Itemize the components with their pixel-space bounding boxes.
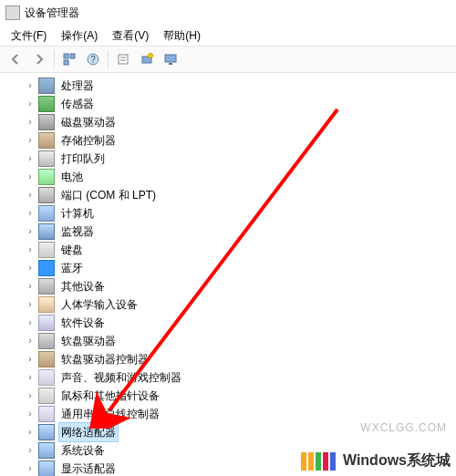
toolbar-tree-button[interactable] xyxy=(58,48,80,70)
tree-item[interactable]: ›其他设备 xyxy=(24,277,456,295)
toolbar-scan-button[interactable] xyxy=(136,48,158,70)
net-icon xyxy=(38,424,55,440)
svg-rect-10 xyxy=(165,55,176,62)
tree-item[interactable]: ›处理器 xyxy=(24,77,456,95)
tree-item-label: 打印队列 xyxy=(58,149,108,169)
expand-arrow-icon[interactable]: › xyxy=(24,134,36,147)
tree-item-label: 软盘驱动器控制器 xyxy=(58,349,151,369)
expand-arrow-icon[interactable]: › xyxy=(24,189,36,202)
ms-icon xyxy=(38,388,55,404)
tree-item[interactable]: ›网络适配器 xyxy=(24,423,456,441)
toolbar-separator xyxy=(108,50,109,68)
expand-arrow-icon[interactable]: › xyxy=(24,408,36,420)
hid-icon xyxy=(38,296,55,313)
tree-item[interactable]: ›监视器 xyxy=(24,222,456,241)
toolbar-properties-button[interactable] xyxy=(112,48,134,70)
tree-item[interactable]: ›声音、视频和游戏控制器 xyxy=(24,368,456,387)
expand-arrow-icon[interactable]: › xyxy=(24,225,36,238)
tree-item[interactable]: ›端口 (COM 和 LPT) xyxy=(24,186,456,204)
expand-arrow-icon[interactable]: › xyxy=(24,462,36,475)
gpu-icon xyxy=(38,460,55,476)
tree-item-label: 软盘驱动器 xyxy=(58,331,119,351)
bt-icon xyxy=(38,260,55,276)
expand-arrow-icon[interactable]: › xyxy=(24,444,36,457)
svg-rect-1 xyxy=(70,54,75,58)
tree-item-label: 系统设备 xyxy=(58,440,108,460)
tree-item[interactable]: ›通用串行总线控制器 xyxy=(24,405,456,423)
menu-view[interactable]: 查看(V) xyxy=(105,26,156,46)
expand-arrow-icon[interactable]: › xyxy=(24,152,36,165)
expand-arrow-icon[interactable]: › xyxy=(24,262,36,274)
tree-item[interactable]: ›打印队列 xyxy=(24,150,456,168)
fd-icon xyxy=(38,333,55,349)
tree-item[interactable]: ›显示适配器 xyxy=(24,460,456,476)
tree-item[interactable]: ›磁盘驱动器 xyxy=(24,113,456,131)
sw-icon xyxy=(38,315,55,331)
expand-arrow-icon[interactable]: › xyxy=(24,335,36,347)
tree-item-label: 通用串行总线控制器 xyxy=(58,404,162,424)
tree-item-label: 监视器 xyxy=(58,222,97,242)
tree-item[interactable]: ›人体学输入设备 xyxy=(24,295,456,314)
expand-arrow-icon[interactable]: › xyxy=(24,389,36,402)
menu-action[interactable]: 操作(A) xyxy=(54,26,105,46)
tree-item[interactable]: ›计算机 xyxy=(24,204,456,222)
toolbar-help-button[interactable]: ? xyxy=(82,48,104,70)
tree-item[interactable]: ›软件设备 xyxy=(24,314,456,332)
tree-item-label: 显示适配器 xyxy=(58,459,119,476)
help-icon: ? xyxy=(87,53,99,66)
ctrl-icon xyxy=(38,132,55,149)
expand-arrow-icon[interactable]: › xyxy=(24,171,36,183)
expand-arrow-icon[interactable]: › xyxy=(24,298,36,311)
expand-arrow-icon[interactable]: › xyxy=(24,280,36,293)
expand-arrow-icon[interactable]: › xyxy=(24,371,36,384)
arrow-right-icon xyxy=(33,53,46,66)
tree-item-label: 蓝牙 xyxy=(58,258,86,278)
tree-item[interactable]: ›存储控制器 xyxy=(24,131,456,150)
menu-file[interactable]: 文件(F) xyxy=(4,26,54,46)
toolbar-separator xyxy=(54,50,55,68)
tree-item-label: 计算机 xyxy=(58,203,97,223)
tree-item[interactable]: ›软盘驱动器 xyxy=(24,332,456,350)
toolbar-back-button[interactable] xyxy=(5,48,26,70)
tree-item-label: 其他设备 xyxy=(58,276,108,296)
expand-arrow-icon[interactable]: › xyxy=(24,426,36,439)
expand-arrow-icon[interactable]: › xyxy=(24,98,36,110)
pc-icon xyxy=(38,205,55,222)
tree-item-label: 软件设备 xyxy=(58,313,108,333)
tree-item[interactable]: ›蓝牙 xyxy=(24,259,456,277)
svg-rect-2 xyxy=(64,60,68,65)
toolbar-devices-button[interactable] xyxy=(160,48,181,70)
kb-icon xyxy=(38,242,55,258)
tree-item[interactable]: ›键盘 xyxy=(24,241,456,259)
expand-arrow-icon[interactable]: › xyxy=(24,243,36,256)
tree-item[interactable]: ›软盘驱动器控制器 xyxy=(24,350,456,368)
other-icon xyxy=(38,278,55,295)
tree-item-label: 网络适配器 xyxy=(58,422,119,442)
snd-icon xyxy=(38,369,55,386)
mon-icon xyxy=(38,223,55,240)
sys-icon xyxy=(38,442,55,459)
toolbar: ? xyxy=(0,47,456,73)
expand-arrow-icon[interactable]: › xyxy=(24,116,36,129)
menu-help[interactable]: 帮助(H) xyxy=(156,26,208,46)
expand-arrow-icon[interactable]: › xyxy=(24,207,36,220)
svg-rect-0 xyxy=(64,54,68,58)
toolbar-forward-button[interactable] xyxy=(28,48,50,70)
tree-item[interactable]: ›传感器 xyxy=(24,95,456,113)
tree-item-label: 存储控制器 xyxy=(58,130,119,150)
tree-item-label: 传感器 xyxy=(58,94,97,114)
tree-item[interactable]: ›鼠标和其他指针设备 xyxy=(24,387,456,405)
disk-icon xyxy=(38,114,55,130)
expand-arrow-icon[interactable]: › xyxy=(24,316,36,329)
arrow-left-icon xyxy=(9,53,22,66)
tree-item-label: 磁盘驱动器 xyxy=(58,112,119,132)
tree-item[interactable]: ›电池 xyxy=(24,168,456,186)
device-tree[interactable]: ›处理器›传感器›磁盘驱动器›存储控制器›打印队列›电池›端口 (COM 和 L… xyxy=(0,73,456,476)
svg-rect-5 xyxy=(119,55,128,64)
expand-arrow-icon[interactable]: › xyxy=(24,353,36,366)
expand-arrow-icon[interactable]: › xyxy=(24,79,36,92)
tree-item-label: 声音、视频和游戏控制器 xyxy=(58,367,184,388)
tree-item[interactable]: ›系统设备 xyxy=(24,441,456,460)
tree-item-label: 处理器 xyxy=(58,76,97,96)
tree-item-label: 键盘 xyxy=(58,240,86,260)
